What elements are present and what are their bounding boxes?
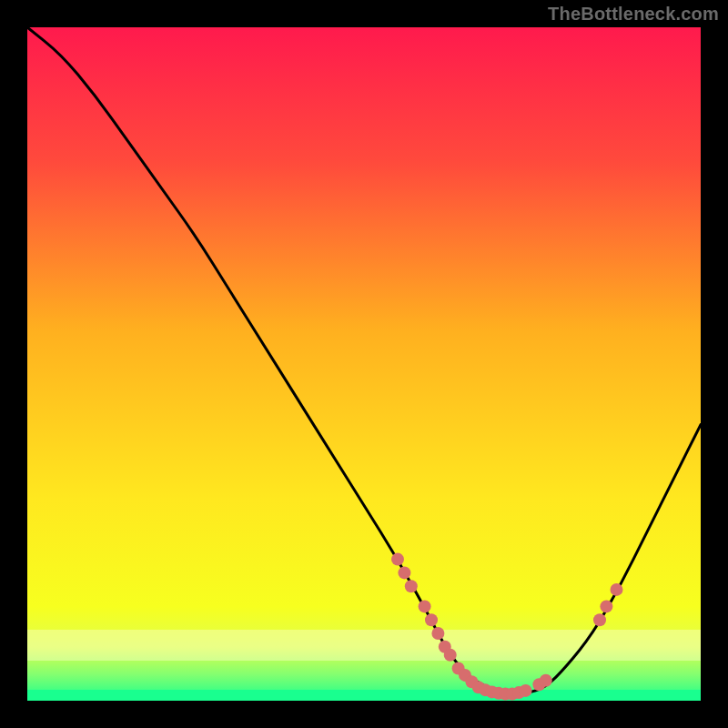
curve-marker (600, 600, 612, 612)
plot-area (27, 27, 701, 701)
curve-marker (431, 627, 444, 640)
chart-stage: TheBottleneck.com (0, 0, 728, 728)
curve-marker (593, 613, 606, 626)
curve-marker (398, 566, 410, 579)
curve-marker (391, 553, 404, 566)
curve-marker (611, 583, 623, 596)
bottleneck-curve (27, 27, 701, 694)
curve-marker (520, 684, 532, 697)
curve-marker (419, 600, 431, 612)
curve-marker (425, 613, 438, 626)
watermark-text: TheBottleneck.com (548, 4, 719, 25)
curve-marker (444, 649, 457, 662)
curve-markers (391, 553, 623, 701)
curve-marker (540, 674, 552, 687)
plot-overlay (27, 27, 701, 701)
curve-marker (405, 580, 418, 592)
